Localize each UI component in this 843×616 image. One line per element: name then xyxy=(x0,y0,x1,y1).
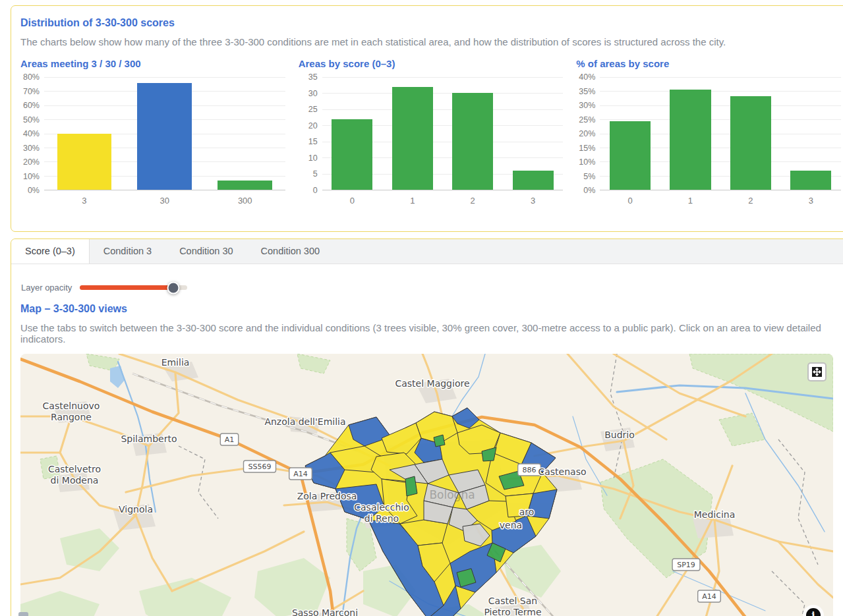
x-tick-label: 0 xyxy=(322,196,382,206)
chart-pct-areas-by-score: % of areas by score 0%5%10%15%20%25%30%3… xyxy=(576,58,841,206)
road-badge: SP19 xyxy=(677,561,695,569)
slider-fill xyxy=(80,285,173,290)
y-tick-label: 0% xyxy=(28,186,40,195)
y-tick-label: 20% xyxy=(23,157,40,167)
charts-row: Areas meeting 3 / 30 / 300 0%10%20%30%40… xyxy=(20,58,841,206)
x-tick-label: 300 xyxy=(205,196,285,206)
cropped-element xyxy=(18,612,28,616)
map-label: Castel San xyxy=(488,596,537,606)
map-label: Budrio xyxy=(604,430,635,440)
road-badge: A14 xyxy=(293,470,308,478)
map-label: Castenaso xyxy=(538,466,586,477)
x-tick-label: 2 xyxy=(443,196,503,206)
bar-3[interactable] xyxy=(513,171,554,190)
bar-3[interactable] xyxy=(790,171,831,190)
x-tick-label: 1 xyxy=(660,196,720,206)
map-label: Castelvetro xyxy=(48,464,101,474)
map-label: Emilia xyxy=(161,357,190,368)
y-tick-label: 35% xyxy=(579,87,595,96)
bar-0[interactable] xyxy=(332,119,372,190)
road-badge: 886 xyxy=(523,466,537,474)
tab-score-0-3-[interactable]: Score (0–3) xyxy=(11,239,90,264)
bar-0[interactable] xyxy=(610,121,651,190)
bar-3[interactable] xyxy=(57,134,112,190)
map-label: Spilamberto xyxy=(121,434,177,444)
map-label: Rangone xyxy=(51,412,92,422)
fullscreen-button[interactable] xyxy=(807,362,827,381)
y-axis: 0%5%10%15%20%25%30%35%40% xyxy=(576,77,600,190)
distribution-title: Distribution of 3-30-300 scores xyxy=(20,17,843,29)
map-label-partial: aro xyxy=(519,507,535,517)
map-label-partial: vena xyxy=(500,520,522,530)
distribution-description: The charts below show how many of the th… xyxy=(20,36,843,47)
x-tick-label: 0 xyxy=(600,196,660,206)
bar-2[interactable] xyxy=(452,93,493,190)
bar-1[interactable] xyxy=(670,90,711,190)
map-label: Casalecchio xyxy=(354,502,409,513)
layer-opacity-label: Layer opacity xyxy=(21,283,72,293)
distribution-panel: Distribution of 3-30-300 scores The char… xyxy=(11,5,843,232)
x-tick-label: 30 xyxy=(125,196,205,206)
layer-opacity-row: Layer opacity xyxy=(21,283,843,293)
x-axis-labels: 0123 xyxy=(322,196,564,206)
bar-1[interactable] xyxy=(392,87,433,190)
y-tick-label: 30% xyxy=(579,101,595,110)
map-label: Medicina xyxy=(694,509,736,520)
map-section-description: Use the tabs to switch between the 3-30-… xyxy=(20,322,843,345)
tab-condition-30[interactable]: Condition 30 xyxy=(165,239,247,264)
map-label: Vignola xyxy=(119,504,153,515)
y-tick-label: 20% xyxy=(579,129,595,138)
map-panel: Score (0–3)Condition 3Condition 30Condit… xyxy=(11,238,843,616)
fullscreen-icon xyxy=(811,366,823,378)
chart-areas-meeting: Areas meeting 3 / 30 / 300 0%10%20%30%40… xyxy=(20,58,285,206)
y-tick-label: 5% xyxy=(583,172,595,181)
x-tick-label: 3 xyxy=(503,196,563,206)
y-tick-label: 30 xyxy=(308,89,318,98)
y-tick-label: 10% xyxy=(23,172,40,181)
y-tick-label: 60% xyxy=(23,101,40,110)
bars xyxy=(322,77,564,190)
x-tick-label: 3 xyxy=(44,196,125,206)
tab-condition-300[interactable]: Condition 300 xyxy=(247,239,334,264)
map-tab-bar: Score (0–3)Condition 3Condition 30Condit… xyxy=(11,239,843,264)
y-tick-label: 5 xyxy=(313,169,318,179)
map-label: Bologna xyxy=(429,488,475,501)
road-badge: A14 xyxy=(702,592,716,601)
y-tick-label: 25 xyxy=(308,105,318,114)
y-tick-label: 30% xyxy=(23,144,40,153)
map-label: Zola Predosa xyxy=(297,491,357,501)
y-tick-label: 20 xyxy=(308,121,318,130)
map[interactable]: A1SS569A14886SP19A14A1 EmiliaCastel Magg… xyxy=(20,354,833,616)
x-tick-label: 2 xyxy=(720,196,780,206)
slider-thumb[interactable] xyxy=(167,281,180,294)
y-tick-label: 0% xyxy=(583,186,595,195)
y-tick-label: 40% xyxy=(579,72,595,82)
bar-300[interactable] xyxy=(218,181,272,190)
chart-title: Areas meeting 3 / 30 / 300 xyxy=(20,58,285,69)
y-tick-label: 15% xyxy=(579,144,595,153)
y-tick-label: 10 xyxy=(308,154,318,163)
bar-2[interactable] xyxy=(730,96,771,190)
map-label: Sasso Marconi xyxy=(292,607,358,616)
x-axis-labels: 330300 xyxy=(44,196,285,206)
bar-30[interactable] xyxy=(137,83,192,190)
y-axis: 05101520253035 xyxy=(299,77,322,190)
chart-title: % of areas by score xyxy=(576,58,841,69)
road-badge: SS569 xyxy=(248,462,272,471)
y-tick-label: 0 xyxy=(313,186,318,195)
y-axis: 0%10%20%30%40%50%60%70%80% xyxy=(20,77,44,190)
chart-areas-by-score: Areas by score (0–3) 05101520253035 0123 xyxy=(299,58,564,206)
tab-condition-3[interactable]: Condition 3 xyxy=(90,239,165,264)
chart-title: Areas by score (0–3) xyxy=(299,58,564,69)
map-label: Castelnuovo xyxy=(43,401,100,411)
map-label: Castel Maggiore xyxy=(395,378,469,389)
y-tick-label: 25% xyxy=(579,115,595,125)
map-label: di Modena xyxy=(51,475,99,486)
x-tick-label: 3 xyxy=(781,196,841,206)
map-label: Pietro Terme xyxy=(484,607,541,616)
x-tick-label: 1 xyxy=(382,196,442,206)
layer-opacity-slider[interactable] xyxy=(80,285,187,290)
x-axis-labels: 0123 xyxy=(600,196,841,206)
bars xyxy=(44,77,285,190)
map-label: di Reno xyxy=(364,513,399,524)
